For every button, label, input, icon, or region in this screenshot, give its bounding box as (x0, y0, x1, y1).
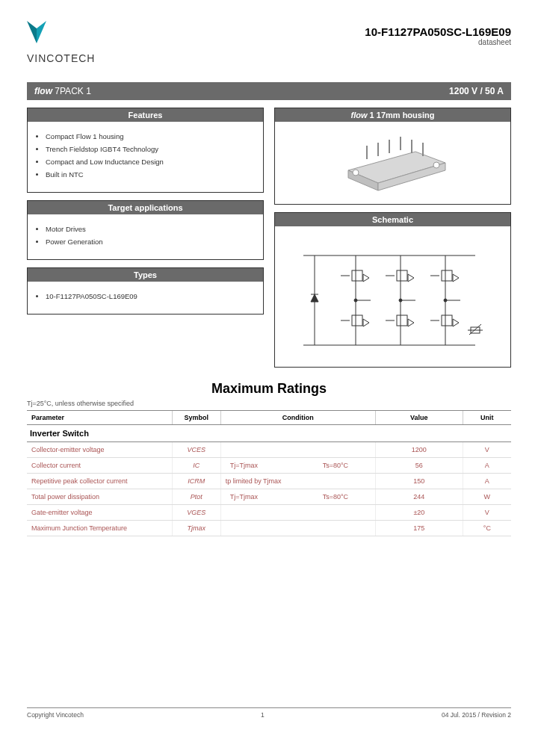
svg-point-11 (353, 170, 359, 176)
housing-image (275, 122, 510, 204)
feature-item: Compact and Low Inductance Design (46, 158, 256, 166)
target-apps-header: Target applications (28, 201, 263, 214)
type-item: 10-F1127PA050SC-L169E09 (46, 292, 256, 300)
subsection-inverter-switch: Inverter Switch (27, 425, 511, 442)
ratings-note: Tj=25°C, unless otherwise specified (27, 400, 511, 407)
max-ratings-title: Maximum Ratings (27, 381, 511, 397)
svg-point-12 (433, 162, 439, 168)
feature-item: Trench Fieldstop IGBT4 Technology (46, 145, 256, 153)
svg-marker-1 (37, 21, 46, 43)
feature-item: Compact Flow 1 housing (46, 132, 256, 140)
table-row: Maximum Junction Temperature Tjmax 175 °… (27, 521, 511, 536)
housing-box: flow 1 17mm housing (274, 108, 511, 205)
types-header: Types (28, 268, 263, 282)
footer-copyright: Copyright Vincotech (27, 711, 84, 719)
col-unit: Unit (463, 411, 511, 425)
brand-logo: VINCOTECH (27, 21, 95, 64)
svg-marker-0 (27, 21, 37, 43)
circuit-schematic-icon (296, 233, 490, 360)
table-row: Total power dissipation Ptot Tj=TjmaxTs=… (27, 489, 511, 505)
schematic-header: Schematic (275, 213, 510, 226)
schematic-box: Schematic (274, 212, 511, 368)
title-block: 10-F1127PA050SC-L169E09 datasheet (365, 21, 511, 46)
schematic-image (275, 226, 510, 367)
svg-rect-22 (352, 315, 362, 326)
footer-page-number: 1 (261, 711, 265, 719)
svg-rect-19 (352, 270, 362, 281)
svg-rect-31 (397, 315, 407, 326)
page-header: VINCOTECH 10-F1127PA050SC-L169E09 datash… (27, 21, 511, 64)
voltage-current-rating: 1200 V / 50 A (449, 86, 504, 96)
types-box: Types 10-F1127PA050SC-L169E09 (27, 267, 264, 315)
svg-marker-39 (453, 274, 459, 282)
features-box: Features Compact Flow 1 housing Trench F… (27, 108, 264, 193)
table-row: Collector-emitter voltage VCES 1200 V (27, 442, 511, 458)
vincotech-logo-icon (27, 21, 46, 48)
module-3d-icon (326, 129, 460, 196)
table-row: Repetitive peak collector current ICRM t… (27, 474, 511, 489)
table-row: Collector current IC Tj=TjmaxTs=80°C 56 … (27, 458, 511, 474)
footer-date-revision: 04 Jul. 2015 / Revision 2 (442, 711, 511, 719)
target-applications-box: Target applications Motor Drives Power G… (27, 200, 264, 260)
housing-header: flow 1 17mm housing (275, 108, 510, 122)
svg-rect-37 (442, 270, 452, 281)
target-app-item: Motor Drives (46, 225, 256, 233)
svg-marker-42 (453, 319, 459, 326)
document-type: datasheet (365, 38, 511, 46)
svg-marker-16 (311, 294, 318, 302)
target-app-item: Power Generation (46, 238, 256, 246)
svg-marker-24 (363, 319, 369, 326)
svg-marker-30 (408, 274, 414, 282)
col-value: Value (376, 411, 463, 425)
max-ratings-table: Parameter Symbol Condition Value Unit In… (27, 410, 511, 536)
feature-item: Built in NTC (46, 170, 256, 179)
product-banner: flow 7PACK 1 1200 V / 50 A (27, 82, 511, 100)
features-header: Features (28, 108, 263, 122)
svg-rect-28 (397, 270, 407, 281)
page-footer: Copyright Vincotech 1 04 Jul. 2015 / Rev… (27, 707, 511, 719)
col-symbol: Symbol (172, 411, 220, 425)
svg-marker-33 (408, 319, 414, 326)
svg-marker-21 (363, 274, 369, 282)
part-number: 10-F1127PA050SC-L169E09 (365, 25, 511, 38)
table-row: Gate-emitter voltage VGES ±20 V (27, 505, 511, 521)
col-condition: Condition (220, 411, 375, 425)
svg-rect-40 (442, 315, 452, 326)
col-parameter: Parameter (27, 411, 172, 425)
product-line: flow 7PACK 1 (34, 86, 91, 96)
brand-name: VINCOTECH (27, 52, 95, 64)
